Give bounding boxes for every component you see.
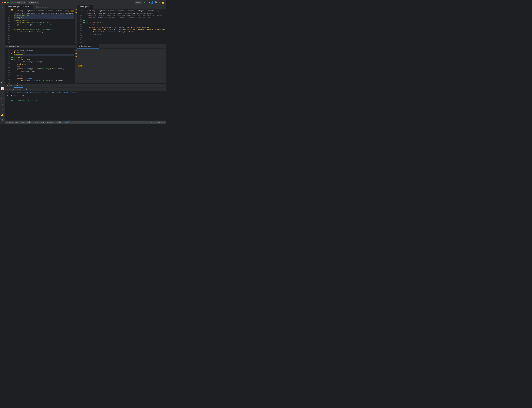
update-icon[interactable]: ↑ [146,1,147,4]
status-bar: ⎇ SpringTest › src › main › java › org ›… [5,120,166,124]
tab-close-icon[interactable]: ✕ [48,6,50,8]
tab-main-configuration[interactable]: ☕ MainConfiguration.java ✕ [5,5,33,9]
bottom-content[interactable]: /Users/eve/Library/Java/JavaVirtualMachi… [5,92,166,120]
sep-icon: › [39,121,40,123]
bc-org[interactable]: org [41,121,44,123]
warning-badge: ⚠ 4 [70,10,74,12]
java-sdk-label: ☕ 17 [151,121,154,123]
bc-src[interactable]: src [21,121,24,123]
code-editor-main-java[interactable]: 89101112 1314151617 1819202122 23242526 … [77,9,166,44]
code-line: @ComponentScans({ [14,19,74,21]
scroll-end-icon[interactable]: ⤓ [22,88,24,91]
run-gutter-icon[interactable]: ▶ [83,22,85,23]
pin-icon[interactable]: 📌 [12,88,15,91]
sep-icon: › [32,121,33,123]
console-path: /Users/eve/Library/Java/JavaVirtualMachi… [6,92,166,94]
tab-close-icon[interactable]: ✕ [89,6,91,8]
code-line: public static void main(String[] args) t… [86,26,166,28]
gutter-student: 💡 ▶ ▶ [10,49,13,84]
stop-icon[interactable]: ■ [9,88,11,91]
minimize-button[interactable] [4,1,6,3]
terminal-icon[interactable]: ⊟ [0,92,5,96]
tab-student[interactable]: ☕ Student.java ✕ [33,5,52,9]
notifications-bottom-icon[interactable]: 🔔 [0,112,5,117]
search-icon[interactable]: 🔍 [155,1,157,4]
more-tools-icon[interactable]: ⋯ [0,70,5,75]
project-selector[interactable]: S! SpringTest ▾ [10,1,26,4]
restart-icon[interactable]: ↺ [6,88,8,91]
commit-icon[interactable]: ✓ [0,17,5,21]
bc-main[interactable]: main [27,121,31,123]
breadcrumb: SpringTest › src › main › java › org › e… [9,121,71,123]
sep-icon: › [25,121,26,123]
run-gutter-icon[interactable]: ▶ [11,57,13,58]
gutter-mark [76,55,77,55]
bc-java[interactable]: java [34,121,38,123]
encoding-label[interactable]: UTF-8 [165,121,166,123]
properties-file-tab-icon: 🔧 [78,45,80,47]
structure-icon[interactable]: ▤ [0,22,5,26]
tab-more-icon[interactable]: ⋮ [73,6,77,8]
chevron-down-icon[interactable]: ▾ [83,65,84,67]
more-console-icon[interactable]: ⋮ [32,88,35,91]
titlebar-right: Main ▾ ▶ ↑ ⋯ 👤 🔍 ⚙ 🔔 [135,1,164,4]
bottom-tab-run[interactable]: ▶ Run [6,84,13,87]
more-options-icon[interactable]: ⋯ [149,1,150,4]
bottom-tab-main[interactable]: ☕ Main ✕ [14,84,23,87]
bottom-tab-close-icon[interactable]: ✕ [21,85,22,86]
line-numbers-main: 89101112 1314151617 1819202122 23242526 [77,9,82,44]
tab-main-java[interactable]: ☕ Main.java ✕ [77,5,93,9]
notifications-icon[interactable]: 🔔 [162,1,164,4]
plugins-icon[interactable]: 🔌 [0,118,5,122]
sep-icon: › [54,121,55,123]
run-panel-icon[interactable]: ▶ [0,76,5,80]
profiler-icon[interactable]: 📊 [0,86,5,91]
bc-student[interactable]: Student [65,121,71,123]
code-editor-main-config[interactable]: 7891011 1213141516 171819202122 ! import… [5,9,77,44]
code-content-student[interactable]: import java.util.Date; 💡pages new * @Com… [13,49,75,84]
code-editor-student[interactable]: 1920212223 2425262728 2930313233 3435363… [5,49,77,84]
vcs-icon[interactable]: ⌥ [0,11,5,16]
bc-example[interactable]: example [47,121,53,123]
code-editor-test-properties[interactable]: ⚠ 13 ▾ 1 ▲ 1 test.name=Eve [77,49,166,84]
code-line: import org.springframework.scheduling.an… [14,12,74,15]
settings-console-icon[interactable]: ⚙ [29,88,31,91]
build-icon[interactable]: 🔨 [0,97,5,102]
settings-icon[interactable]: ⚙ [159,1,160,4]
bc-entity[interactable]: entity [57,121,62,123]
tab-test-properties[interactable]: 🔧 test.properties ✕ [77,44,99,49]
close-button[interactable] [1,1,3,3]
account-icon[interactable]: 👤 [151,1,154,4]
endpoints-icon[interactable]: ≡ [0,102,5,107]
wrap-icon[interactable]: ↵ [16,88,18,91]
tab-label: Main.java [80,6,89,8]
titlebar: S! SpringTest ▾ ⎇ master ▾ Main ▾ ▶ ↑ ⋯ … [0,0,166,5]
tab-close-icon[interactable]: ✕ [30,6,31,8]
branch-icon: ⎇ [29,1,31,3]
maximize-button[interactable] [7,1,9,3]
project-view-icon[interactable]: ☰ [0,6,5,11]
code-line: new * [14,75,74,77]
search-console-icon[interactable]: 🔍 [25,88,28,91]
code-line: new * [86,24,166,26]
problems-icon[interactable]: ⚠ [0,107,5,112]
cursor-position[interactable]: 21:11 [156,121,160,123]
vcs-status-icon: ⎇ [6,121,8,123]
code-line: ApplicationContext context = new Annotat… [86,28,166,31]
run-config-selector[interactable]: Main ▾ [135,1,142,4]
code-content-main-config[interactable]: import org.springframework.scheduling.an… [13,9,75,44]
tab-close-icon[interactable]: ✕ [96,45,98,47]
line-sep-label[interactable]: LF [161,121,163,123]
debug-panel-icon[interactable]: 🐛 [0,81,5,86]
bc-springtest[interactable]: SpringTest [9,121,18,123]
run-button[interactable]: ▶ [144,1,145,4]
student-tab-close-icon[interactable]: ✕ [20,45,21,47]
code-line: @ToString [14,56,74,58]
gutter-left: ! [10,9,13,44]
run-gutter-icon[interactable]: ▶ [83,20,85,21]
filter-icon[interactable]: ⊟ [19,88,21,91]
run-gutter-icon[interactable]: ▶ [11,59,13,60]
code-content-main-java[interactable]: import org.springframework.context.annot… [85,9,166,44]
branch-selector[interactable]: ⎇ master ▾ [28,1,39,4]
code-line: import java.util.Date; [14,49,74,51]
